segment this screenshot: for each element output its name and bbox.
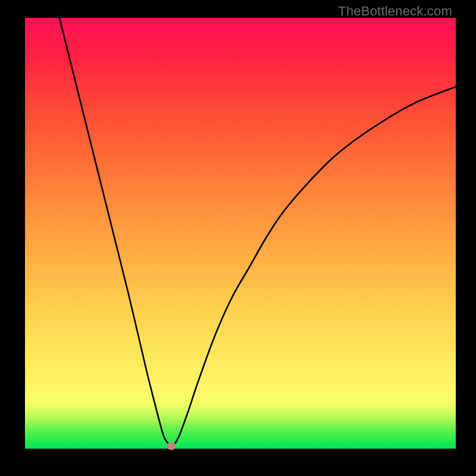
chart-frame: TheBottleneck.com [0,0,476,476]
curve-svg [25,18,456,449]
plot-area [25,18,456,449]
bottleneck-curve [60,18,456,446]
watermark-text: TheBottleneck.com [338,4,452,19]
minimum-marker [167,443,176,450]
